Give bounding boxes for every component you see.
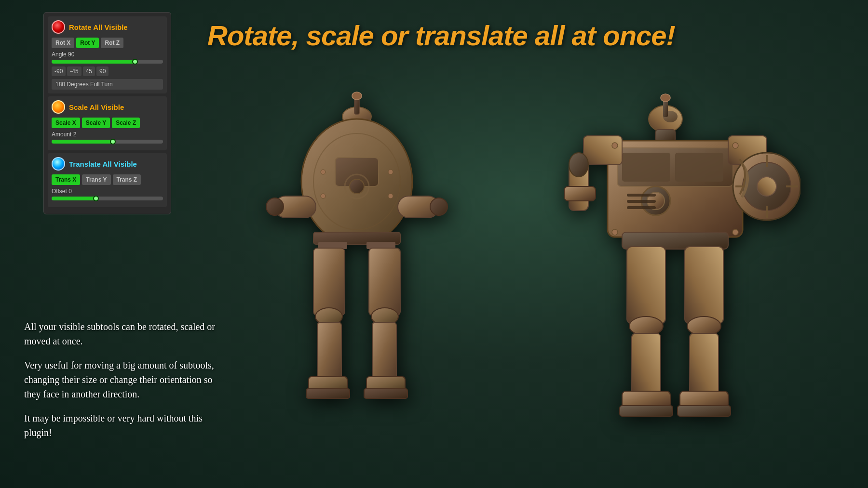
svg-point-23 [352,92,362,100]
svg-point-63 [732,143,738,148]
svg-rect-17 [364,389,407,398]
svg-rect-35 [622,153,670,182]
amount-label: Amount 2 [52,131,163,138]
svg-rect-59 [678,406,731,416]
svg-point-19 [266,198,284,215]
rotate-title: Rotate All Visible [69,23,128,31]
svg-rect-36 [675,153,723,182]
svg-rect-37 [583,136,622,165]
description-block: All your visible subtools can be rotated… [24,319,217,449]
rotate-icon [52,20,65,34]
trans-slider[interactable] [52,197,163,200]
svg-point-26 [321,170,326,174]
scale-title: Scale All Visible [69,103,124,111]
svg-point-65 [732,229,738,235]
trans-x-button[interactable]: Trans X [52,174,80,185]
svg-rect-67 [627,200,656,203]
svg-point-25 [350,179,364,194]
svg-rect-51 [685,247,723,324]
page-title: Rotate, scale or translate all at once! [207,19,844,52]
svg-rect-13 [372,322,396,380]
desc-para2: Very useful for moving a big amount of s… [24,358,217,401]
svg-point-27 [388,170,393,174]
trans-y-button[interactable]: Trans Y [82,174,110,185]
rot-y-button[interactable]: Rot Y [76,38,99,48]
angle-label: Angle 90 [52,51,163,58]
desc-para1: All your visible subtools can be rotated… [24,319,217,348]
svg-point-64 [612,229,618,235]
description-text: All your visible subtools can be rotated… [24,319,217,440]
scale-x-button[interactable]: Scale X [52,118,80,128]
rot-z-button[interactable]: Rot Z [101,38,123,48]
svg-rect-15 [306,389,350,398]
translate-section: Translate All Visible Trans X Trans Y Tr… [48,153,167,207]
svg-point-62 [612,143,618,148]
svg-point-70 [661,94,670,102]
robot-display [207,63,854,478]
robot-left [260,90,453,451]
svg-rect-57 [620,406,673,416]
offset-label: Offset 0 [52,188,163,195]
svg-rect-68 [627,206,656,209]
svg-rect-9 [369,248,400,316]
svg-rect-32 [656,130,675,142]
svg-point-28 [321,194,326,198]
svg-rect-12 [317,322,341,380]
svg-rect-66 [627,194,656,197]
angle-neg45[interactable]: -45 [67,66,81,76]
scale-y-button[interactable]: Scale Y [82,118,110,128]
svg-rect-55 [690,333,719,396]
rot-x-button[interactable]: Rot X [52,38,74,48]
svg-rect-48 [564,186,596,201]
desc-para3: It may be impossible or very hard withou… [24,411,217,440]
rotate-section: Rotate All Visible Rot X Rot Y Rot Z Ang… [48,16,167,93]
robot-right [559,90,800,451]
svg-point-41 [757,177,776,196]
translate-icon [52,157,65,171]
rot-axis-row: Rot X Rot Y Rot Z [52,38,163,48]
scale-slider[interactable] [52,140,163,144]
svg-point-21 [430,198,448,215]
scale-section: Scale All Visible Scale X Scale Y Scale … [48,96,167,150]
scale-icon [52,100,65,114]
plugin-panel: Rotate All Visible Rot X Rot Y Rot Z Ang… [43,12,171,214]
translate-title: Translate All Visible [69,160,137,168]
angle-45[interactable]: 45 [83,66,95,76]
svg-rect-54 [632,333,661,396]
angle-slider[interactable] [52,60,163,64]
trans-axis-row: Trans X Trans Y Trans Z [52,174,163,185]
full-turn-button[interactable]: 180 Degrees Full Turn [52,79,163,90]
svg-rect-50 [627,247,665,324]
svg-point-47 [569,153,588,177]
angle-presets: -90 -45 45 90 [52,66,163,76]
trans-z-button[interactable]: Trans Z [113,174,141,185]
angle-neg90[interactable]: -90 [52,66,66,76]
scale-z-button[interactable]: Scale Z [112,118,140,128]
svg-rect-8 [313,248,345,316]
scale-axis-row: Scale X Scale Y Scale Z [52,118,163,128]
angle-90[interactable]: 90 [96,66,108,76]
svg-point-29 [388,194,393,198]
